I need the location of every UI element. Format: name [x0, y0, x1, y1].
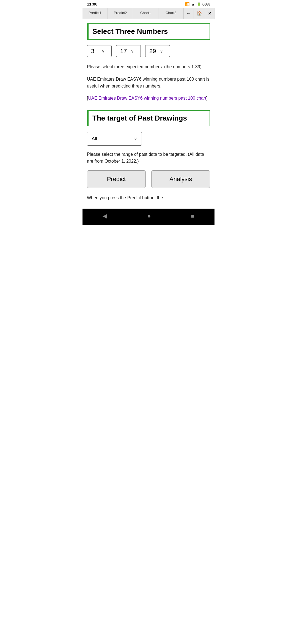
tab-chart1[interactable]: Chart1: [133, 8, 158, 19]
battery-display: 🔋 68%: [197, 2, 210, 6]
chevron-icon-2: ∨: [131, 49, 134, 53]
description2-text: UAE Emirates Draw EASY6 winning numbers …: [87, 76, 210, 90]
bottom-text: When you press the Predict button, the: [87, 195, 210, 201]
close-button[interactable]: ✕: [205, 8, 215, 19]
battery-icon: 🔋: [197, 2, 201, 6]
section2-header: The target of Past Drawings: [87, 110, 210, 126]
tab-bar: Predict1 Predict2 Chart1 Chart2 ← 🏠 ✕: [82, 8, 215, 19]
tab-chart2[interactable]: Chart2: [158, 8, 184, 19]
time-display: 11:06: [87, 2, 97, 6]
status-icons: 📶 ▲ 🔋 68%: [185, 2, 210, 6]
wifi-icon: ▲: [191, 2, 195, 6]
chevron-icon-3: ∨: [160, 49, 163, 53]
link-paragraph: [UAE Emirates Draw EASY6 winning numbers…: [87, 95, 210, 102]
past-drawings-select-wrapper[interactable]: All Last 10 Last 20 Last 50 Last 100 ∨: [87, 132, 142, 146]
signal-icon: 📶: [185, 2, 189, 6]
number-select-2[interactable]: 1234567891011121314151617181920212223242…: [116, 45, 141, 57]
number-select-3[interactable]: 1234567891011121314151617181920212223242…: [145, 45, 170, 57]
analysis-button[interactable]: Analysis: [151, 170, 210, 188]
chevron-icon-1: ∨: [102, 49, 105, 53]
status-bar: 11:06 📶 ▲ 🔋 68%: [82, 0, 215, 8]
predict-button[interactable]: Predict: [87, 170, 146, 188]
number-select-1[interactable]: // Will be populated after page load 123…: [87, 45, 112, 57]
past-drawings-dropdown-container: All Last 10 Last 20 Last 50 Last 100 ∨: [87, 132, 210, 146]
back-nav-button[interactable]: ◀: [103, 212, 107, 220]
description1-text: Please select three expected numbers. (t…: [87, 64, 210, 70]
description3-text: Please select the range of past data to …: [87, 151, 210, 165]
chart-link[interactable]: UAE Emirates Draw EASY6 winning numbers …: [88, 96, 206, 100]
home-nav-button[interactable]: ●: [147, 212, 151, 220]
home-button[interactable]: 🏠: [194, 8, 205, 19]
tab-predict2[interactable]: Predict2: [108, 8, 133, 19]
back-button[interactable]: ←: [184, 8, 194, 19]
section1-title: Select Three Numbers: [92, 27, 206, 36]
action-buttons-row: Predict Analysis: [87, 170, 210, 188]
section1-header: Select Three Numbers: [87, 23, 210, 40]
nav-bar: ◀ ● ■: [82, 209, 215, 225]
number-dropdown-3[interactable]: 1234567891011121314151617181920212223242…: [149, 48, 157, 54]
link-suffix: ]: [206, 96, 207, 100]
tab-predict1[interactable]: Predict1: [82, 8, 108, 19]
recents-nav-button[interactable]: ■: [191, 212, 194, 220]
dropdown-chevron-icon: ∨: [134, 136, 137, 141]
main-content: Select Three Numbers // Will be populate…: [82, 19, 215, 206]
number-dropdown-1[interactable]: // Will be populated after page load 123…: [91, 48, 99, 54]
number-dropdown-2[interactable]: 1234567891011121314151617181920212223242…: [120, 48, 128, 54]
past-drawings-select[interactable]: All Last 10 Last 20 Last 50 Last 100: [92, 136, 130, 141]
section2-title: The target of Past Drawings: [92, 114, 206, 122]
number-selects-row: // Will be populated after page load 123…: [87, 45, 210, 57]
